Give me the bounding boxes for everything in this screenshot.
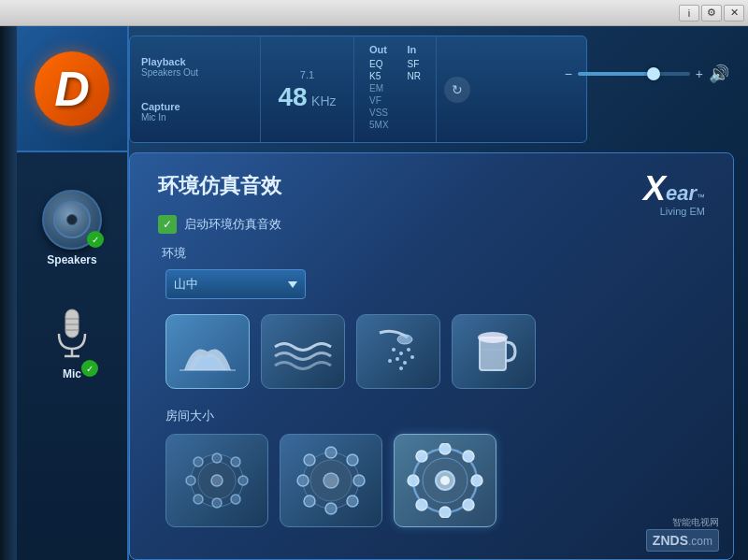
- mic-label: Mic: [63, 367, 81, 381]
- env-icon-pub[interactable]: [452, 314, 536, 389]
- in-item-nr: NR: [408, 71, 421, 81]
- svg-point-13: [410, 355, 414, 359]
- in-label: In: [408, 44, 421, 55]
- svg-point-37: [325, 447, 337, 458]
- env-icon-water[interactable]: [261, 314, 345, 389]
- mic-icon-container: ✓: [42, 304, 102, 364]
- header-playback-section: Playback Speakers Out Capture Mic In: [130, 36, 261, 142]
- env-icon-shower[interactable]: [356, 314, 440, 389]
- out-item-em: EM: [369, 83, 389, 93]
- speaker-dot: [66, 214, 78, 225]
- svg-point-22: [194, 457, 203, 467]
- out-item-k5: K5: [369, 71, 389, 81]
- svg-point-25: [231, 495, 240, 504]
- sidebar-item-mic[interactable]: ✓ Mic: [42, 304, 102, 381]
- svg-point-11: [396, 357, 399, 361]
- room-icons-row: [165, 434, 705, 527]
- watermark-top-text: 智能电视网: [672, 516, 719, 529]
- out-item-5mx: 5MX: [369, 120, 389, 130]
- title-bar: i ⚙ ✕: [0, 0, 748, 26]
- speaker-icon: ✓: [42, 190, 102, 250]
- svg-point-7: [397, 335, 412, 344]
- volume-control: − + 🔊: [565, 64, 729, 84]
- dropdown-arrow-icon: [288, 281, 297, 288]
- in-items: SF NR: [408, 59, 421, 81]
- header-features-section: Out EQ K5 EM VF VSS 5MX In SF NR: [354, 36, 437, 142]
- shower-scene-icon: [366, 323, 431, 380]
- environment-dropdown-container: 山中: [165, 269, 306, 299]
- svg-point-23: [231, 457, 240, 467]
- svg-point-35: [304, 495, 315, 507]
- main-content: X ear ™ Living EM 环境仿真音效 ✓ 启动环境仿真音效 环境 山…: [129, 152, 734, 560]
- mic-icon: [53, 308, 91, 360]
- volume-speaker-icon: 🔊: [709, 64, 729, 84]
- room-icon-large[interactable]: [394, 434, 496, 527]
- brand-logo: D: [35, 51, 109, 126]
- room-size-label: 房间大小: [158, 408, 705, 424]
- xear-title: X ear ™: [643, 172, 705, 206]
- dropdown-selected-value: 山中: [174, 276, 198, 293]
- svg-point-10: [407, 348, 410, 352]
- environment-dropdown[interactable]: 山中: [165, 269, 306, 299]
- speakers-check-badge: ✓: [87, 231, 104, 248]
- refresh-button[interactable]: ↻: [444, 77, 470, 103]
- pub-scene-icon: [461, 323, 526, 380]
- env-icon-opera[interactable]: [165, 314, 250, 389]
- svg-point-28: [186, 476, 195, 485]
- info-button[interactable]: i: [679, 5, 699, 22]
- watermark-brand-name: ZNDS: [653, 533, 688, 548]
- room-icon-small[interactable]: [165, 434, 268, 527]
- close-button[interactable]: ✕: [724, 5, 744, 22]
- svg-point-36: [347, 495, 358, 507]
- watermark-brand: ZNDS.com: [646, 529, 719, 552]
- svg-point-14: [388, 359, 392, 363]
- enable-checkbox[interactable]: ✓: [158, 215, 177, 234]
- room-icon-medium[interactable]: [280, 434, 382, 527]
- in-item-sf: SF: [408, 59, 421, 69]
- settings-button[interactable]: ⚙: [701, 5, 722, 22]
- out-items: EQ K5 EM VF VSS 5MX: [369, 59, 389, 130]
- svg-point-8: [392, 348, 396, 352]
- svg-point-21: [211, 475, 223, 486]
- logo-area: D: [17, 26, 129, 152]
- content-title: 环境仿真音效: [158, 172, 705, 200]
- small-room-icon: [175, 443, 259, 518]
- header-info-bar: Playback Speakers Out Capture Mic In 7.1…: [129, 36, 587, 143]
- svg-point-15: [399, 366, 403, 370]
- out-item-vf: VF: [369, 95, 389, 106]
- volume-thumb[interactable]: [647, 67, 660, 80]
- volume-slider[interactable]: [578, 72, 690, 76]
- xear-tm-symbol: ™: [697, 193, 705, 202]
- mic-check-badge: ✓: [81, 360, 98, 377]
- enable-effect-label: 启动环境仿真音效: [184, 216, 281, 233]
- water-scene-icon: [270, 323, 336, 380]
- watermark: 智能电视网 ZNDS.com: [646, 516, 719, 552]
- svg-point-24: [194, 495, 203, 504]
- environment-label: 环境: [158, 245, 705, 262]
- brand-letter: D: [54, 65, 90, 113]
- medium-room-icon: [289, 443, 373, 518]
- sidebar-item-speakers[interactable]: ✓ Speakers: [42, 190, 102, 266]
- out-label: Out: [369, 44, 389, 55]
- svg-point-12: [403, 361, 407, 365]
- volume-plus-icon[interactable]: +: [696, 66, 703, 81]
- in-column: In SF NR: [408, 44, 421, 135]
- volume-minus-icon[interactable]: −: [565, 66, 572, 81]
- opera-scene-icon: [175, 323, 240, 380]
- svg-point-44: [440, 476, 450, 485]
- out-column: Out EQ K5 EM VF VSS 5MX: [369, 44, 389, 135]
- svg-point-40: [353, 475, 365, 486]
- out-item-eq: EQ: [369, 59, 389, 69]
- svg-rect-0: [65, 309, 79, 337]
- app-window: D Playback Speakers Out Capture Mic In 7…: [0, 26, 748, 560]
- svg-point-32: [324, 473, 338, 488]
- enable-effect-row: ✓ 启动环境仿真音效: [158, 215, 705, 234]
- svg-point-33: [304, 454, 315, 466]
- xear-x-letter: X: [643, 172, 666, 206]
- left-edge-decoration: [0, 26, 17, 560]
- mic-in-label: Mic In: [141, 112, 249, 122]
- environment-icons-row: [165, 314, 705, 389]
- speakers-label: Speakers: [47, 253, 96, 266]
- large-room-icon: [403, 443, 487, 518]
- xear-logo: X ear ™ Living EM: [643, 172, 705, 217]
